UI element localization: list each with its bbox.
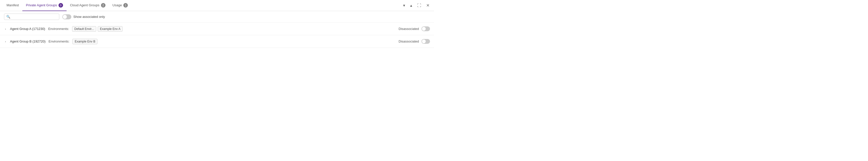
row-right: Disassociated: [399, 39, 430, 44]
association-toggle[interactable]: [422, 39, 430, 44]
toolbar: 🔍 Show associated only: [0, 11, 434, 23]
collapse-button[interactable]: ▾: [402, 2, 407, 9]
agent-group-row: ›Agent Group B (192720)Environments:Exam…: [0, 35, 434, 48]
agent-group-name: Agent Group A (171230): [10, 27, 45, 31]
expand-row-icon[interactable]: ›: [4, 26, 7, 31]
tab-bar: Manifest Private Agent Groups 0 Cloud Ag…: [0, 0, 434, 11]
env-tags: Default Envir...Example Env A: [72, 26, 123, 32]
tab-manifest-label: Manifest: [6, 3, 19, 7]
status-label: Disassociated: [399, 27, 419, 31]
row-right: Disassociated: [399, 26, 430, 31]
tab-usage-label: Usage: [113, 3, 122, 7]
association-toggle[interactable]: [422, 26, 430, 31]
show-associated-label: Show associated only: [73, 15, 105, 19]
toggle-container: Show associated only: [62, 14, 105, 19]
window-controls: ▾ ▴ ⛶ ✕: [402, 2, 431, 9]
env-tag[interactable]: Default Envir...: [72, 26, 96, 32]
env-tag[interactable]: Example Env A: [98, 26, 123, 32]
tab-private-agent-groups[interactable]: Private Agent Groups 0: [22, 0, 67, 11]
tab-manifest[interactable]: Manifest: [3, 0, 22, 11]
show-associated-toggle[interactable]: [62, 14, 71, 19]
status-label: Disassociated: [399, 39, 419, 43]
close-button[interactable]: ✕: [425, 2, 431, 9]
fullscreen-button[interactable]: ⛶: [416, 2, 423, 9]
agent-group-name: Agent Group B (192720): [10, 39, 46, 43]
tab-usage[interactable]: Usage 1: [109, 0, 132, 11]
environments-label: Environments:: [49, 39, 69, 43]
tab-private-agent-groups-badge: 0: [59, 3, 63, 7]
search-box[interactable]: 🔍: [4, 14, 59, 20]
environments-label: Environments:: [48, 27, 69, 31]
agent-group-list: ›Agent Group A (171230)Environments:Defa…: [0, 23, 434, 48]
env-tags: Example Env B: [72, 39, 97, 44]
tab-private-agent-groups-label: Private Agent Groups: [26, 3, 57, 7]
tab-cloud-agent-groups[interactable]: Cloud Agent Groups 2: [67, 0, 109, 11]
tab-cloud-agent-groups-label: Cloud Agent Groups: [70, 3, 99, 7]
tab-usage-badge: 1: [123, 3, 128, 7]
env-tag[interactable]: Example Env B: [72, 39, 97, 44]
agent-group-row: ›Agent Group A (171230)Environments:Defa…: [0, 23, 434, 35]
expand-row-icon[interactable]: ›: [4, 39, 7, 44]
search-icon: 🔍: [6, 15, 10, 19]
search-input[interactable]: [12, 15, 57, 19]
tab-cloud-agent-groups-badge: 2: [101, 3, 105, 7]
expand-button[interactable]: ▴: [409, 2, 414, 9]
